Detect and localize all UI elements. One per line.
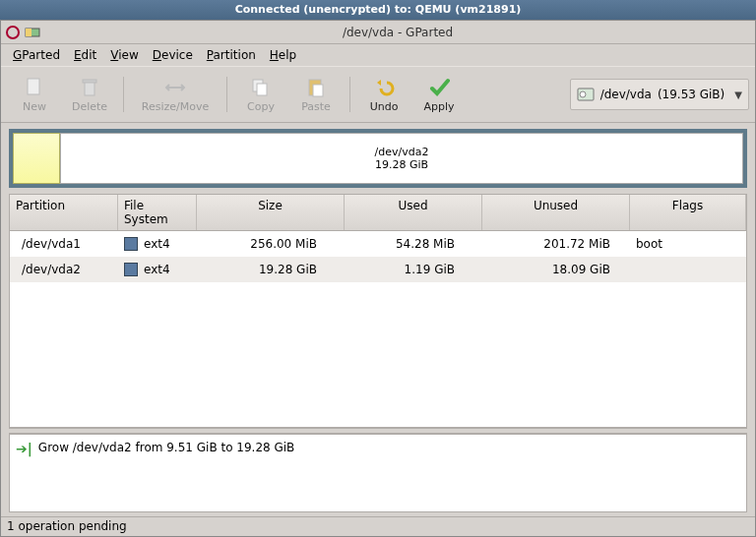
cell-flags: boot: [630, 235, 746, 253]
device-selector[interactable]: /dev/vda (19.53 GiB) ▼: [570, 79, 749, 110]
gparted-icon: [25, 25, 40, 40]
paste-button: Paste: [288, 71, 344, 118]
partition-block-size: 19.28 GiB: [375, 158, 428, 171]
toolbar-separator: [349, 77, 350, 112]
menu-view[interactable]: View: [104, 46, 144, 64]
menubar: GParted Edit View Device Partition Help: [1, 44, 755, 66]
col-used[interactable]: Used: [345, 195, 482, 230]
new-icon: [24, 77, 45, 98]
fs-color-swatch: [124, 237, 138, 251]
toolbar: New Delete Resize/Move Copy Paste Undo A…: [1, 66, 755, 123]
harddisk-icon: [577, 86, 595, 103]
undo-icon: [373, 77, 395, 98]
copy-button: Copy: [233, 71, 288, 118]
svg-point-0: [7, 27, 19, 38]
col-size[interactable]: Size: [197, 195, 345, 230]
table-row[interactable]: /dev/vda1 ext4 256.00 MiB 54.28 MiB 201.…: [10, 231, 746, 257]
col-unused[interactable]: Unused: [482, 195, 630, 230]
vm-connection-title: Connected (unencrypted) to: QEMU (vm2189…: [0, 0, 756, 20]
apply-icon: [428, 77, 450, 98]
resize-label: Resize/Move: [142, 100, 209, 113]
svg-point-11: [580, 91, 586, 97]
cell-partition: /dev/vda1: [10, 235, 118, 253]
delete-label: Delete: [72, 100, 107, 113]
cell-used: 1.19 GiB: [345, 261, 482, 278]
toolbar-separator: [123, 77, 124, 112]
pending-operations[interactable]: ➔| Grow /dev/vda2 from 9.51 GiB to 19.28…: [9, 434, 747, 512]
cell-flags: [630, 261, 746, 278]
menu-help[interactable]: Help: [264, 46, 302, 64]
col-flags[interactable]: Flags: [630, 195, 746, 230]
col-filesystem[interactable]: File System: [118, 195, 197, 230]
window-title: /dev/vda - GParted: [44, 26, 751, 39]
svg-rect-4: [85, 82, 94, 95]
partition-block-vda2[interactable]: /dev/vda2 19.28 GiB: [60, 133, 743, 184]
partition-table: Partition File System Size Used Unused F…: [9, 194, 747, 428]
delete-icon: [79, 77, 100, 98]
new-button: New: [7, 71, 62, 118]
paste-label: Paste: [301, 100, 331, 113]
disk-visual[interactable]: /dev/vda2 19.28 GiB: [9, 129, 747, 188]
cell-unused: 201.72 MiB: [482, 235, 630, 253]
menu-partition[interactable]: Partition: [201, 46, 262, 64]
cell-filesystem: ext4: [118, 235, 197, 253]
partition-block-vda1[interactable]: [13, 133, 60, 184]
menu-gparted[interactable]: GParted: [7, 46, 66, 64]
window-titlebar: /dev/vda - GParted: [1, 21, 755, 44]
device-size: (19.53 GiB): [658, 88, 724, 101]
cell-filesystem: ext4: [118, 261, 197, 278]
debian-icon: [5, 25, 21, 40]
svg-rect-3: [28, 79, 39, 94]
device-path: /dev/vda: [600, 88, 652, 101]
cell-size: 256.00 MiB: [197, 235, 345, 253]
chevron-down-icon: ▼: [734, 90, 742, 100]
svg-rect-5: [83, 80, 96, 83]
resize-button: Resize/Move: [130, 71, 220, 118]
apply-label: Apply: [423, 100, 454, 113]
svg-rect-7: [257, 84, 267, 95]
table-header: Partition File System Size Used Unused F…: [10, 195, 746, 231]
svg-rect-2: [26, 29, 32, 36]
svg-rect-9: [313, 85, 323, 96]
copy-icon: [250, 77, 272, 98]
menu-device[interactable]: Device: [147, 46, 199, 64]
cell-unused: 18.09 GiB: [482, 261, 630, 278]
partition-block-label: /dev/vda2: [375, 146, 429, 158]
cell-size: 19.28 GiB: [197, 261, 345, 278]
operation-text: Grow /dev/vda2 from 9.51 GiB to 19.28 Gi…: [38, 441, 295, 454]
paste-icon: [305, 77, 327, 98]
apply-button[interactable]: Apply: [411, 71, 467, 118]
menu-edit[interactable]: Edit: [68, 46, 102, 64]
gparted-window: /dev/vda - GParted GParted Edit View Dev…: [0, 20, 756, 537]
grow-arrow-icon: ➔|: [16, 441, 32, 456]
copy-label: Copy: [247, 100, 275, 113]
resize-icon: [164, 77, 186, 98]
delete-button: Delete: [62, 71, 117, 118]
cell-partition: /dev/vda2: [10, 261, 118, 278]
fs-color-swatch: [124, 263, 138, 276]
col-partition[interactable]: Partition: [10, 195, 118, 230]
status-bar: 1 operation pending: [1, 516, 755, 536]
cell-used: 54.28 MiB: [345, 235, 482, 253]
new-label: New: [23, 100, 46, 113]
toolbar-separator: [226, 77, 227, 112]
table-row[interactable]: /dev/vda2 ext4 19.28 GiB 1.19 GiB 18.09 …: [10, 257, 746, 282]
undo-button[interactable]: Undo: [356, 71, 411, 118]
undo-label: Undo: [370, 100, 399, 113]
